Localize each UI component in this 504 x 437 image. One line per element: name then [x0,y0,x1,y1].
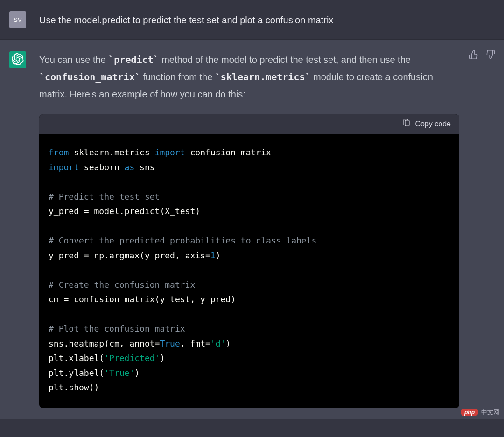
code-token: , fmt= [180,339,210,348]
code-token: sklearn.metrics [69,147,154,157]
code-block-header: Copy code [39,114,459,134]
code-token: as [125,162,135,172]
code-token: 'd' [210,339,226,348]
code-token: 'True' [104,368,134,378]
user-message-body: Use the model.predict to predict the tes… [39,11,495,28]
code-token: 1 [210,250,216,260]
openai-logo-icon [12,53,24,67]
code-token: ) [216,250,221,260]
copy-code-button[interactable]: Copy code [402,119,451,129]
code-token: # Plot the confusion matrix [49,324,185,333]
assistant-message-body: You can use the `predict` method of the … [39,51,495,408]
code-token: # Predict the test set [49,192,160,201]
clipboard-icon [402,119,411,129]
user-message-text: Use the model.predict to predict the tes… [39,11,495,27]
code-token: plt.xlabel( [49,353,104,363]
thumbs-up-icon [469,49,479,62]
code-block: Copy code from sklearn.metrics import co… [39,114,459,408]
user-message-row: SV Use the model.predict to predict the … [0,0,504,40]
code-token: # Create the confusion matrix [49,280,195,290]
watermark-text: 中文网 [481,408,499,416]
code-token: 'Predicted' [104,353,160,363]
code-token: ) [160,353,165,363]
code-token: import [49,162,79,172]
code-token: sns [134,162,154,172]
thumbs-down-icon [485,49,496,62]
copy-code-label: Copy code [415,120,451,128]
code-token: # Convert the predicted probabilities to… [49,236,316,245]
feedback-buttons [469,50,496,61]
code-token: seaborn [79,162,125,172]
assistant-reply-text: You can use the `predict` method of the … [39,51,459,103]
code-token: import [155,147,185,157]
code-token: y_pred = model.predict(X_test) [49,206,200,216]
code-token: plt.ylabel( [49,368,104,378]
text-fragment: You can use the [39,55,108,65]
code-token: confusion_matrix [185,147,271,157]
inline-code-sklearn-metrics: `sklearn.metrics` [215,71,311,83]
code-token: from [49,147,69,157]
code-token: cm = confusion_matrix(y_test, y_pred) [49,294,236,304]
user-avatar-initials: SV [14,16,21,23]
code-token: y_pred = np.argmax(y_pred, axis= [49,250,210,260]
code-token: ) [134,368,140,378]
assistant-message-row: You can use the `predict` method of the … [0,40,504,419]
text-fragment: method of the model to predict the test … [159,55,411,65]
svg-rect-0 [405,120,409,126]
code-token: plt.show() [49,382,99,392]
thumbs-up-button[interactable] [469,50,479,61]
assistant-avatar [9,51,26,68]
watermark: php 中文网 [461,408,499,416]
watermark-pill: php [461,409,478,416]
inline-code-confusion-matrix: `confusion_matrix` [39,71,140,83]
code-content[interactable]: from sklearn.metrics import confusion_ma… [39,134,459,408]
code-token: True [160,339,180,348]
user-avatar: SV [9,11,26,28]
inline-code-predict: `predict` [108,54,159,65]
code-token: ) [225,339,231,348]
thumbs-down-button[interactable] [485,50,496,61]
text-fragment: function from the [140,72,215,82]
code-token: sns.heatmap(cm, annot= [49,339,160,348]
